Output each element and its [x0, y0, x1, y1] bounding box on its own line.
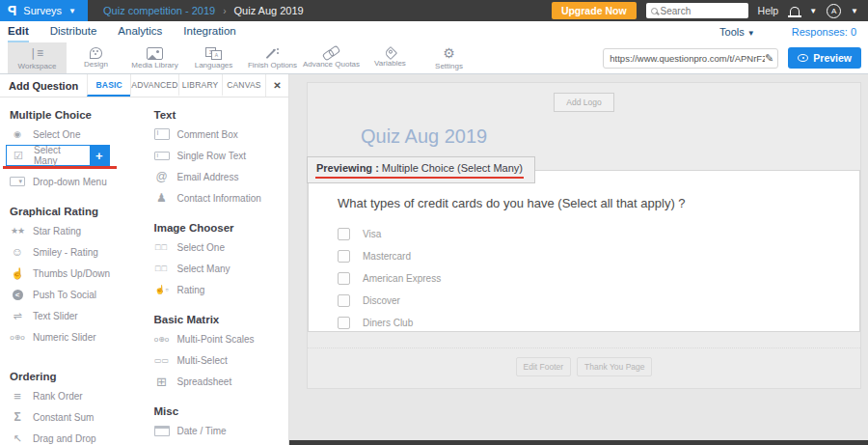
question-type-item[interactable]: Text Slider	[0, 305, 145, 326]
commentbox-icon	[154, 128, 170, 140]
numslider-icon	[154, 332, 170, 346]
thumb-icon	[10, 266, 25, 280]
panel-title: Add Question	[0, 74, 87, 97]
edit-footer-button[interactable]: Edit Footer	[516, 357, 572, 376]
question-type-item[interactable]: Single Row Text	[145, 145, 289, 166]
checkbox[interactable]	[338, 317, 350, 329]
menu-item[interactable]: Integration	[183, 21, 235, 42]
menu-item[interactable]: Analytics	[118, 21, 162, 42]
option-label: Visa	[363, 229, 381, 239]
toolbar-item[interactable]: Advance Quotas	[302, 42, 361, 73]
add-logo-button[interactable]: Add Logo	[554, 93, 613, 112]
option-label: Discover	[363, 295, 400, 306]
top-navbar: P Surveys ▼ Quiz competition - 2019 › Qu…	[0, 0, 868, 21]
share-icon	[10, 288, 25, 301]
question-type-item[interactable]: Comment Box	[145, 124, 289, 145]
global-search[interactable]	[646, 3, 748, 18]
panel-tab[interactable]: LIBRARY	[178, 74, 222, 97]
close-icon[interactable]: ✕	[265, 74, 288, 97]
question-preview-box: What types of credit cards do you have (…	[308, 170, 860, 332]
question-type-item[interactable]: Select Many +	[6, 145, 110, 166]
translate-icon	[205, 47, 222, 60]
answer-options: Visa Mastercard American Express	[338, 223, 840, 332]
question-type-item[interactable]: Rating	[145, 279, 289, 300]
panel-tab[interactable]: BASIC	[87, 74, 130, 97]
question-type-item[interactable]: Smiley - Rating	[0, 241, 145, 263]
question-type-item[interactable]: Email Address	[145, 166, 289, 187]
question-type-item[interactable]: Star Rating	[0, 220, 145, 241]
question-type-item[interactable]: Multi-Select	[145, 349, 289, 371]
tools-dropdown[interactable]: Tools ▼	[719, 26, 755, 38]
calendar-icon	[154, 426, 170, 436]
breadcrumb: Quiz competition - 2019 › Quiz Aug 2019	[103, 5, 304, 16]
workspace-icon	[30, 46, 44, 61]
dropdown-icon	[10, 177, 25, 186]
checkbox[interactable]	[338, 228, 350, 240]
option-label: Mastercard	[363, 251, 411, 262]
help-link[interactable]: Help	[758, 5, 779, 16]
multiselect-icon	[154, 353, 170, 367]
question-type-item[interactable]: Rank Order	[0, 385, 145, 406]
responses-count[interactable]: Responses: 0	[792, 26, 856, 38]
menu-items: Edit Distribute Analytics Integration	[8, 21, 236, 42]
question-type-item[interactable]: Numeric Slider	[0, 326, 145, 348]
thank-you-page-button[interactable]: Thank You Page	[577, 357, 652, 376]
wand-icon	[265, 47, 280, 60]
account-chevron-icon[interactable]: ▼	[851, 7, 858, 15]
notifications-chevron-icon[interactable]: ▼	[809, 7, 817, 15]
checkbox-icon	[11, 149, 26, 162]
section-header: Multiple Choice	[0, 109, 145, 121]
toolbar-item[interactable]: Workspace	[8, 42, 67, 73]
breadcrumb-parent[interactable]: Quiz competition - 2019	[103, 5, 215, 16]
toolbar-item[interactable]: Languages	[184, 42, 243, 73]
spreadsheet-icon	[154, 375, 170, 388]
radio-icon	[10, 127, 25, 141]
question-type-item[interactable]: Push To Social	[0, 284, 145, 305]
user-avatar[interactable]: A	[827, 4, 841, 18]
previewing-tag: Previewing : Multiple Choice (Select Man…	[307, 156, 535, 183]
question-type-item[interactable]: Spreadsheet	[145, 371, 289, 392]
question-text: What types of credit cards do you have (…	[338, 196, 840, 210]
question-type-item[interactable]: Contact Information	[145, 187, 289, 209]
edit-url-pencil-icon[interactable]: ✎	[765, 52, 773, 65]
survey-toolbar: Workspace Design Media Library Languages…	[0, 42, 868, 74]
question-type-item[interactable]: Drag and Drop	[0, 428, 145, 445]
question-type-item[interactable]: Drop-down Menu	[0, 171, 145, 192]
checkbox[interactable]	[338, 294, 350, 307]
panel-tab[interactable]: ADVANCED	[130, 74, 177, 97]
question-type-item[interactable]: Select Many	[145, 258, 289, 279]
preview-button[interactable]: Preview	[788, 47, 861, 69]
question-type-item[interactable]: Select One	[0, 124, 145, 145]
answer-option-row: Mastercard	[338, 245, 840, 267]
slider-icon	[10, 309, 25, 322]
question-type-item[interactable]: Constant Sum	[0, 406, 145, 428]
notifications-bell-icon[interactable]	[790, 7, 800, 15]
question-type-item[interactable]: Select One	[145, 236, 289, 258]
toolbar-item[interactable]: Media Library	[125, 42, 184, 73]
question-type-item[interactable]: Captcha	[145, 441, 289, 445]
brand-area[interactable]: P Surveys ▼	[0, 0, 88, 21]
survey-url-input[interactable]	[610, 53, 765, 64]
search-input[interactable]	[661, 6, 738, 16]
add-question-plus-button[interactable]: +	[90, 146, 108, 165]
imgrating-icon	[154, 283, 170, 296]
menu-item[interactable]: Distribute	[50, 21, 97, 42]
tools-chevron-icon: ▼	[747, 29, 755, 38]
question-type-item[interactable]: Date / Time	[145, 420, 289, 441]
toolbar-item[interactable]: Design	[67, 42, 125, 73]
survey-preview-region: Add Logo Quiz Aug 2019 Previewing : Mult…	[289, 74, 868, 445]
question-types-column-2: Text Comment Box Single Row Text	[145, 99, 289, 445]
panel-tab[interactable]: CANVAS	[222, 74, 265, 97]
toolbar-item[interactable]: Finish Options	[243, 42, 302, 73]
toolbar-item[interactable]: Settings	[420, 42, 478, 73]
toolbar-item[interactable]: Variables	[361, 42, 420, 73]
checkbox[interactable]	[338, 272, 350, 285]
question-type-item[interactable]: Thumbs Up/Down	[0, 263, 145, 284]
person-icon	[154, 191, 170, 205]
upgrade-now-button[interactable]: Upgrade Now	[552, 2, 637, 19]
question-types-column-1: Multiple Choice Select One	[0, 99, 145, 445]
question-type-item[interactable]: Multi-Point Scales	[145, 328, 289, 349]
menu-item[interactable]: Edit	[8, 21, 29, 42]
checkbox[interactable]	[338, 250, 350, 263]
questionpro-logo-icon: P	[8, 3, 16, 18]
